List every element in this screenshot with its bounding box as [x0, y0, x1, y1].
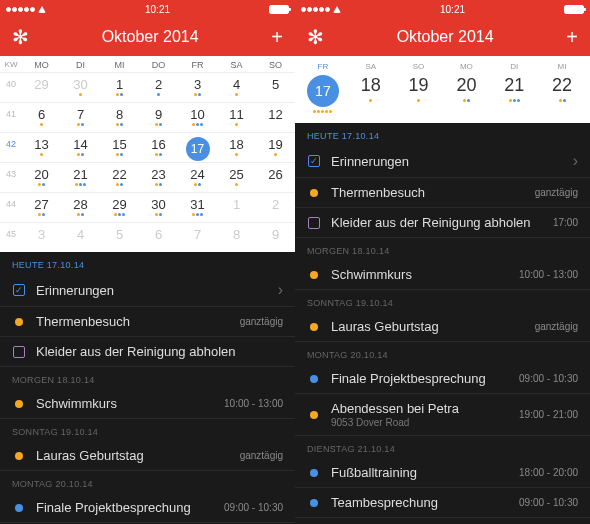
event-item[interactable]: Lauras Geburtstagganztägig — [0, 441, 295, 471]
calendar-day[interactable]: 16 — [139, 133, 178, 162]
calendar-day[interactable]: 14 — [61, 133, 100, 162]
event-title: Kleider aus der Reinigung abholen — [331, 215, 553, 230]
event-item[interactable]: Schwimmkurs10:00 - 13:00 — [0, 389, 295, 419]
checkbox-empty-icon — [12, 345, 26, 359]
calendar-day[interactable]: 12 — [256, 103, 295, 132]
strip-day[interactable]: FR17 — [299, 62, 347, 113]
calendar-day[interactable]: 7 — [61, 103, 100, 132]
calendar-day[interactable]: 17 — [178, 133, 217, 162]
calendar-day[interactable]: 4 — [61, 223, 100, 252]
section-header: MORGEN 18.10.14 — [295, 238, 590, 260]
week-number: 40 — [0, 73, 22, 102]
event-item[interactable]: Fußballtraining18:00 - 20:00 — [295, 458, 590, 488]
calendar-day[interactable]: 24 — [178, 163, 217, 192]
calendar-day[interactable]: 29 — [22, 73, 61, 102]
header-title[interactable]: Oktober 2014 — [397, 28, 494, 46]
add-event-icon[interactable]: + — [271, 26, 283, 49]
calendar-day[interactable]: 31 — [178, 193, 217, 222]
header: ✻ Oktober 2014 + — [295, 18, 590, 56]
event-time: ganztägig — [535, 321, 578, 332]
section-header: MITTWOCH 22.10.14 — [295, 518, 590, 524]
event-item[interactable]: Kleider aus der Reinigung abholen — [0, 337, 295, 367]
calendar-day[interactable]: 4 — [217, 73, 256, 102]
calendar-day[interactable]: 5 — [100, 223, 139, 252]
event-item[interactable]: Schwimmkurs10:00 - 13:00 — [295, 260, 590, 290]
calendar-day[interactable]: 9 — [256, 223, 295, 252]
week-number: 45 — [0, 223, 22, 252]
event-item[interactable]: Thermenbesuchganztägig — [295, 178, 590, 208]
event-title: Finale Projektbesprechung — [36, 500, 224, 515]
calendar-day[interactable]: 22 — [100, 163, 139, 192]
calendar-day[interactable]: 5 — [256, 73, 295, 102]
phone-month-view: 10:21 ✻ Oktober 2014 + KW MO DI MI DO FR… — [0, 0, 295, 524]
calendar-day[interactable]: 27 — [22, 193, 61, 222]
calendar-day[interactable]: 8 — [217, 223, 256, 252]
calendar-day[interactable]: 3 — [178, 73, 217, 102]
event-item[interactable]: Thermenbesuchganztägig — [0, 307, 295, 337]
calendar-dot-icon — [307, 372, 321, 386]
calendar-day[interactable]: 10 — [178, 103, 217, 132]
calendar-day[interactable]: 7 — [178, 223, 217, 252]
calendar-day[interactable]: 25 — [217, 163, 256, 192]
calendar-dot-icon — [307, 408, 321, 422]
event-item[interactable]: Abendessen bei Petra9053 Dover Road19:00… — [295, 394, 590, 436]
weekday: FR — [178, 60, 217, 70]
calendar-day[interactable]: 20 — [22, 163, 61, 192]
calendar-day[interactable]: 30 — [139, 193, 178, 222]
calendar-day[interactable]: 29 — [100, 193, 139, 222]
status-time: 10:21 — [440, 4, 465, 15]
strip-day[interactable]: DI21 — [490, 62, 538, 102]
event-item[interactable]: ✓Erinnerungen› — [0, 274, 295, 307]
section-header: SONNTAG 19.10.14 — [295, 290, 590, 312]
calendar-day[interactable]: 19 — [256, 133, 295, 162]
event-item[interactable]: ✓Erinnerungen› — [295, 145, 590, 178]
calendar-day[interactable]: 9 — [139, 103, 178, 132]
strip-day[interactable]: MI22 — [538, 62, 586, 102]
strip-day[interactable]: SA18 — [347, 62, 395, 102]
event-item[interactable]: Kleider aus der Reinigung abholen17:00 — [295, 208, 590, 238]
kw-label: KW — [0, 60, 22, 70]
calendar-day[interactable]: 13 — [22, 133, 61, 162]
calendar-day[interactable]: 15 — [100, 133, 139, 162]
section-header: DIENSTAG 21.10.14 — [295, 436, 590, 458]
calendar-dot-icon — [307, 466, 321, 480]
event-list[interactable]: HEUTE 17.10.14✓Erinnerungen›Thermenbesuc… — [0, 252, 295, 524]
add-event-icon[interactable]: + — [566, 26, 578, 49]
calendar-day[interactable]: 23 — [139, 163, 178, 192]
calendar-day[interactable]: 2 — [139, 73, 178, 102]
battery-icon — [269, 5, 289, 14]
calendar-day[interactable]: 6 — [139, 223, 178, 252]
calendar-day[interactable]: 11 — [217, 103, 256, 132]
calendar-day[interactable]: 3 — [22, 223, 61, 252]
calendar-day[interactable]: 26 — [256, 163, 295, 192]
event-title: Thermenbesuch — [36, 314, 240, 329]
event-item[interactable]: Lauras Geburtstagganztägig — [295, 312, 590, 342]
event-item[interactable]: Finale Projektbesprechung09:00 - 10:30 — [295, 364, 590, 394]
calendar-day[interactable]: 30 — [61, 73, 100, 102]
event-item[interactable]: Finale Projektbesprechung09:00 - 10:30 — [0, 493, 295, 523]
calendar-day[interactable]: 18 — [217, 133, 256, 162]
event-item[interactable]: Teambesprechung09:00 - 10:30 — [295, 488, 590, 518]
event-time: 10:00 - 13:00 — [224, 398, 283, 409]
calendar-dot-icon — [307, 320, 321, 334]
calendar-day[interactable]: 6 — [22, 103, 61, 132]
event-title: Kleider aus der Reinigung abholen — [36, 344, 283, 359]
event-list[interactable]: HEUTE 17.10.14✓Erinnerungen›Thermenbesuc… — [295, 123, 590, 524]
checkbox-icon: ✓ — [307, 154, 321, 168]
calendar-dot-icon — [307, 496, 321, 510]
calendar-day[interactable]: 21 — [61, 163, 100, 192]
weekday: MI — [100, 60, 139, 70]
calendar-day[interactable]: 28 — [61, 193, 100, 222]
calendar-dot-icon — [12, 315, 26, 329]
calendar-day[interactable]: 8 — [100, 103, 139, 132]
calendar-day[interactable]: 2 — [256, 193, 295, 222]
settings-icon[interactable]: ✻ — [307, 25, 324, 49]
header-title[interactable]: Oktober 2014 — [102, 28, 199, 46]
event-time: 19:00 - 21:00 — [519, 409, 578, 420]
strip-day[interactable]: SO19 — [395, 62, 443, 102]
settings-icon[interactable]: ✻ — [12, 25, 29, 49]
calendar-day[interactable]: 1 — [100, 73, 139, 102]
calendar-day[interactable]: 1 — [217, 193, 256, 222]
wifi-icon — [38, 6, 46, 13]
strip-day[interactable]: MO20 — [442, 62, 490, 102]
